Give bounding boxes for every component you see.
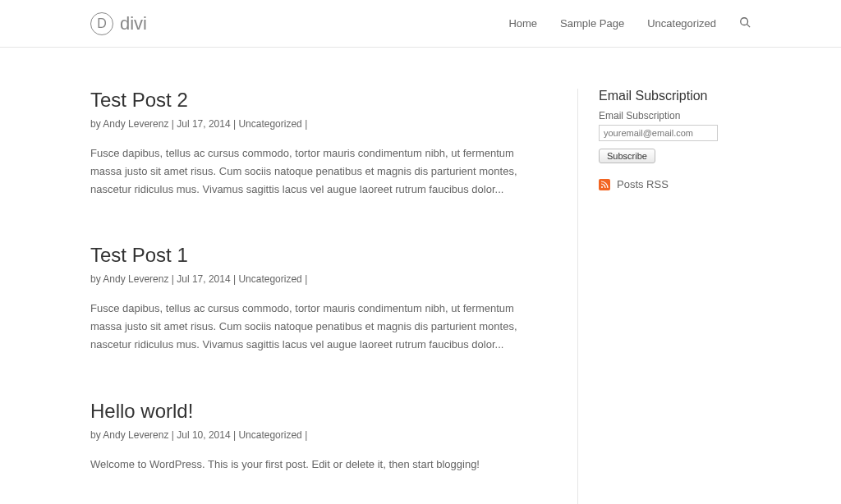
post-category-link[interactable]: Uncategorized [238,118,301,130]
nav-link-home[interactable]: Home [508,17,537,30]
post-excerpt: Welcome to WordPress. This is your first… [90,456,545,474]
logo-text: divi [120,13,147,34]
widget-label: Email Subscription [599,110,751,121]
meta-sep: | [168,273,177,285]
post-category-link[interactable]: Uncategorized [238,429,301,441]
meta-by-label: by [90,273,103,285]
header: D divi Home Sample Page Uncategorized [0,0,841,48]
meta-sep: | [168,429,177,441]
post-meta: by Andy Leverenz | Jul 10, 2014 | Uncate… [90,429,545,441]
post-date: Jul 17, 2014 [177,273,230,285]
post-category-link[interactable]: Uncategorized [238,273,301,285]
post-author-link[interactable]: Andy Leverenz [103,429,168,441]
post-date: Jul 10, 2014 [177,429,230,441]
subscribe-button[interactable]: Subscribe [599,149,655,163]
post-title: Test Post 1 [90,244,545,267]
post-title-link[interactable]: Test Post 1 [90,244,188,266]
post-title: Test Post 2 [90,89,545,112]
meta-sep: | [231,118,239,130]
post-title-link[interactable]: Test Post 2 [90,89,188,111]
nav-link-uncategorized[interactable]: Uncategorized [647,17,716,30]
post-date: Jul 17, 2014 [177,118,230,130]
post-meta: by Andy Leverenz | Jul 17, 2014 | Uncate… [90,118,545,130]
post: Hello world! by Andy Leverenz | Jul 10, … [90,400,545,474]
logo[interactable]: D divi [90,12,147,35]
logo-circle-icon: D [90,12,113,35]
meta-by-label: by [90,429,103,441]
post: Test Post 2 by Andy Leverenz | Jul 17, 2… [90,89,545,199]
rss-link[interactable]: Posts RSS [599,178,751,190]
meta-sep: | [168,118,177,130]
meta-sep: | [231,429,239,441]
sidebar: Email Subscription Email Subscription Su… [578,89,751,504]
post-title-link[interactable]: Hello world! [90,400,193,422]
widget-title: Email Subscription [599,89,751,103]
post-excerpt: Fusce dapibus, tellus ac cursus commodo,… [90,300,545,354]
post-excerpt: Fusce dapibus, tellus ac cursus commodo,… [90,144,545,199]
meta-by-label: by [90,118,103,130]
meta-sep: | [302,118,307,130]
email-input[interactable] [599,125,718,141]
nav: Home Sample Page Uncategorized [508,16,751,30]
rss-label: Posts RSS [617,178,669,190]
nav-link-sample-page[interactable]: Sample Page [560,17,624,30]
meta-sep: | [231,273,239,285]
search-icon[interactable] [739,16,751,30]
post-title: Hello world! [90,400,545,423]
main: Test Post 2 by Andy Leverenz | Jul 17, 2… [0,48,841,504]
post-author-link[interactable]: Andy Leverenz [103,273,168,285]
svg-line-1 [747,25,751,28]
post: Test Post 1 by Andy Leverenz | Jul 17, 2… [90,244,545,354]
rss-icon [599,179,610,190]
svg-point-0 [741,18,748,25]
post-meta: by Andy Leverenz | Jul 17, 2014 | Uncate… [90,273,545,285]
post-author-link[interactable]: Andy Leverenz [103,118,168,130]
svg-point-2 [601,186,603,188]
content: Test Post 2 by Andy Leverenz | Jul 17, 2… [90,89,578,504]
meta-sep: | [302,273,307,285]
meta-sep: | [302,429,307,441]
